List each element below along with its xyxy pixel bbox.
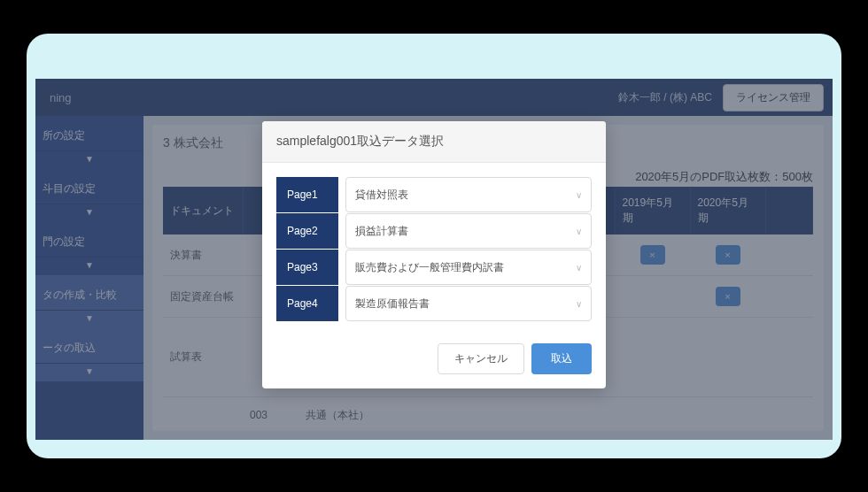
import-button[interactable]: 取込 <box>531 343 592 374</box>
page4-label: Page4 <box>276 286 338 321</box>
page2-label: Page2 <box>276 213 338 249</box>
modal-body: Page1 貸借対照表 ∨ Page2 損益計算書 ∨ <box>262 163 606 336</box>
chevron-down-icon: ∨ <box>576 299 582 309</box>
cancel-button[interactable]: キャンセル <box>438 343 524 374</box>
select-value: 貸借対照表 <box>355 188 408 203</box>
chevron-down-icon: ∨ <box>576 190 582 200</box>
outer-frame: ning 鈴木一郎 / (株) ABC ライセンス管理 所の設定 ▼ 斗目の設定… <box>27 34 841 458</box>
page1-label: Page1 <box>276 177 338 212</box>
page1-select[interactable]: 貸借対照表 ∨ <box>345 177 592 212</box>
modal-overlay: samplefalg001取込データ選択 Page1 貸借対照表 ∨ Page2… <box>35 79 833 440</box>
page2-select[interactable]: 損益計算書 ∨ <box>345 213 592 249</box>
page4-select[interactable]: 製造原価報告書 ∨ <box>345 286 592 321</box>
page-row: Page4 製造原価報告書 ∨ <box>276 286 592 321</box>
select-value: 販売費および一般管理費内訳書 <box>355 260 504 275</box>
page-row: Page2 損益計算書 ∨ <box>276 213 592 249</box>
page-row: Page1 貸借対照表 ∨ <box>276 177 592 212</box>
import-select-modal: samplefalg001取込データ選択 Page1 貸借対照表 ∨ Page2… <box>262 121 606 388</box>
app-window: ning 鈴木一郎 / (株) ABC ライセンス管理 所の設定 ▼ 斗目の設定… <box>35 79 833 440</box>
select-value: 製造原価報告書 <box>355 296 430 311</box>
modal-title: samplefalg001取込データ選択 <box>262 121 606 163</box>
chevron-down-icon: ∨ <box>576 227 582 236</box>
modal-footer: キャンセル 取込 <box>262 336 606 388</box>
page3-select[interactable]: 販売費および一般管理費内訳書 ∨ <box>345 250 592 285</box>
select-value: 損益計算書 <box>355 224 408 239</box>
page3-label: Page3 <box>276 250 338 285</box>
page-row: Page3 販売費および一般管理費内訳書 ∨ <box>276 250 592 285</box>
chevron-down-icon: ∨ <box>576 263 582 273</box>
